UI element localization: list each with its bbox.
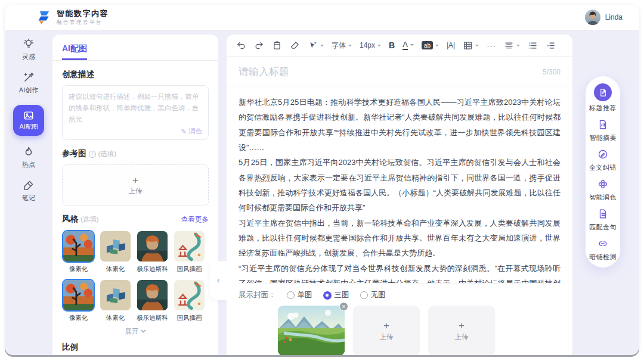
tool-smart-polish[interactable]: 智能润色 — [589, 178, 617, 202]
radio-icon[interactable] — [287, 291, 295, 299]
flame-icon — [23, 146, 35, 158]
nav-item-notes[interactable]: 笔记 — [22, 179, 35, 203]
tool-smart-summary[interactable]: 智能摘要 — [589, 118, 617, 142]
logo-icon — [36, 10, 52, 26]
more-button[interactable]: ··· — [487, 41, 496, 50]
app-window: 智能数字内容 融合管理云平台 Linda 灵感 AI — [5, 5, 639, 355]
eraser-button[interactable] — [290, 41, 300, 51]
font-size-select[interactable]: 14px — [360, 41, 381, 49]
bold-button[interactable]: B — [389, 41, 395, 50]
cover-image[interactable]: ✕ — [278, 306, 345, 355]
style-card-guofeng[interactable]: 国风插画 — [173, 279, 206, 322]
style-section-title: 风格(选填) — [62, 214, 99, 225]
nav-item-ai-create[interactable]: AI创作 — [19, 71, 38, 95]
dropdown-caret — [348, 45, 352, 46]
pen-icon — [23, 179, 35, 191]
style-card-voxel[interactable]: 体素化 — [99, 279, 132, 322]
panel-collapse-handle[interactable]: ‹ — [210, 261, 227, 300]
golden-quotes-icon — [596, 207, 609, 220]
see-more-link[interactable]: 查看更多 — [181, 215, 209, 224]
highlight-button[interactable]: ab — [422, 41, 439, 49]
plus-icon: + — [132, 175, 138, 185]
style-thumb-guofeng — [173, 279, 206, 312]
dropdown-caret — [475, 45, 479, 46]
user-menu[interactable]: Linda — [585, 10, 623, 25]
app-title: 智能数字内容 — [57, 10, 109, 18]
paragraph: 习近平主席在贺信中指出，当前，新一轮科技革命和产业变革深入发展，人类要破解共同发… — [239, 216, 561, 261]
app-subtitle: 融合管理云平台 — [57, 20, 109, 26]
cover-label: 展示封面： — [239, 290, 276, 300]
ai-tools-sidebar: 标题推荐 智能摘要 全文纠错 智能润色 匹配金句 暗链检测 — [586, 76, 620, 267]
radio-no-image[interactable]: 无图 — [360, 290, 386, 300]
reference-upload-button[interactable]: + 上传 — [62, 164, 209, 206]
polish-button[interactable]: ✎ 润色 — [181, 127, 202, 136]
radio-icon[interactable] — [360, 291, 368, 299]
user-name: Linda — [605, 13, 623, 21]
description-textarea[interactable]: 建议以短句进行描述，例如一只熊猫，简单的线条和形状，简单而优雅，黑白色调，自然光… — [62, 85, 209, 140]
table-button[interactable] — [463, 41, 479, 51]
dropdown-caret — [377, 45, 381, 46]
nav-item-ai-image[interactable]: AI配图 — [13, 105, 44, 136]
plus-icon: + — [459, 320, 465, 331]
format-painter-button[interactable] — [308, 41, 324, 51]
letter-spacing-button[interactable]: |A| — [447, 41, 455, 49]
nav-label: 笔记 — [22, 194, 35, 203]
top-bar: 智能数字内容 融合管理云平台 Linda — [5, 5, 639, 30]
style-thumb-pixel — [62, 230, 95, 263]
style-card-pixel[interactable]: 像素化 — [62, 230, 95, 273]
plus-icon: + — [383, 320, 389, 331]
panel-tab-ai-image[interactable]: AI配图 — [62, 43, 87, 60]
radio-three-images[interactable]: 三图 — [323, 290, 349, 300]
info-icon[interactable]: ! — [89, 151, 96, 158]
paste-button[interactable] — [272, 41, 282, 51]
style-grid-row-1: 像素化 体素化 极乐迪斯科 国风插画 — [62, 230, 209, 273]
editor-body[interactable]: 新华社北京5月25日电题：推动科学技术更好造福各国人民——习近平主席致2023中… — [227, 86, 572, 283]
image-icon — [23, 110, 34, 121]
style-thumb-guofeng — [173, 230, 206, 263]
undo-button[interactable] — [236, 41, 246, 51]
redo-button[interactable] — [254, 41, 264, 51]
nav-label: AI配图 — [20, 123, 38, 131]
darklink-detect-icon — [596, 237, 609, 250]
tab-divider — [52, 60, 218, 61]
avatar[interactable] — [585, 10, 600, 25]
ratio-section-title: 比例 — [62, 342, 209, 353]
logo-text: 智能数字内容 融合管理云平台 — [57, 10, 109, 26]
nav-item-hotspots[interactable]: 热点 — [22, 146, 35, 169]
tool-darklink-detect[interactable]: 暗链检测 — [589, 237, 617, 262]
radio-single-image[interactable]: 单图 — [287, 290, 312, 300]
style-card-guofeng[interactable]: 国风插画 — [173, 230, 206, 273]
tool-proofread[interactable]: 全文纠错 — [589, 148, 617, 172]
chevron-left-icon: ‹ — [217, 276, 219, 285]
style-card-disco[interactable]: 极乐迪斯科 — [136, 230, 169, 273]
nav-item-inspiration[interactable]: 灵感 — [22, 38, 35, 61]
dropdown-caret — [410, 44, 414, 46]
editor-toolbar: 字体 14px B A ab |A| ··· — [227, 35, 572, 57]
tool-golden-quotes[interactable]: 匹配金句 — [589, 207, 617, 232]
logo: 智能数字内容 融合管理云平台 — [36, 10, 109, 26]
indent-button[interactable] — [546, 41, 556, 51]
remove-image-button[interactable]: ✕ — [339, 302, 348, 311]
cover-upload-button[interactable]: + 上传 — [428, 306, 495, 355]
style-card-pixel[interactable]: 像素化 — [62, 279, 95, 322]
style-thumb-pixel — [62, 279, 95, 312]
font-family-select[interactable]: 字体 — [332, 41, 352, 51]
tool-title-suggest[interactable]: 标题推荐 — [589, 83, 617, 113]
expand-button[interactable]: 展开 — [62, 327, 209, 336]
ai-image-panel: AI配图 创意描述 建议以短句进行描述，例如一只熊猫，简单的线条和形状，简单而优… — [52, 35, 218, 355]
description-section-title: 创意描述 — [62, 69, 209, 80]
nav-rail: 灵感 AI创作 AI配图 热点 笔记 — [5, 30, 52, 203]
radio-icon-checked[interactable] — [323, 291, 332, 300]
font-color-button[interactable]: A — [402, 41, 414, 50]
style-card-voxel[interactable]: 体素化 — [99, 230, 132, 273]
title-input[interactable]: 请输入标题 — [239, 65, 543, 79]
style-grid-row-2: 像素化 体素化 极乐迪斯科 国风插画 — [62, 279, 209, 322]
align-button[interactable] — [504, 41, 520, 51]
editor-card: 字体 14px B A ab |A| ··· 请输入标题 5/300 新华社北京… — [227, 35, 572, 355]
description-placeholder: 建议以短句进行描述，例如一只熊猫，简单的线条和形状，简单而优雅，黑白色调，自然光 — [69, 91, 202, 125]
cover-upload-button[interactable]: + 上传 — [353, 306, 420, 355]
bullet-list-button[interactable] — [528, 41, 538, 51]
style-thumb-disco — [136, 230, 169, 263]
style-card-disco[interactable]: 极乐迪斯科 — [136, 279, 169, 322]
lightbulb-icon — [23, 38, 35, 50]
